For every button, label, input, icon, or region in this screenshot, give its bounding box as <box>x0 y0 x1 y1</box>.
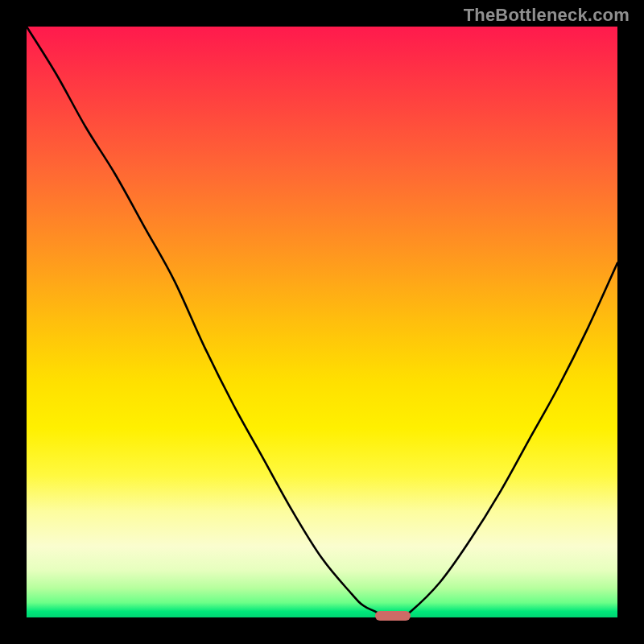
minimum-marker <box>375 611 411 621</box>
bottleneck-curve <box>27 27 617 617</box>
watermark-text: TheBottleneck.com <box>464 5 630 26</box>
chart-frame: TheBottleneck.com <box>0 0 644 644</box>
